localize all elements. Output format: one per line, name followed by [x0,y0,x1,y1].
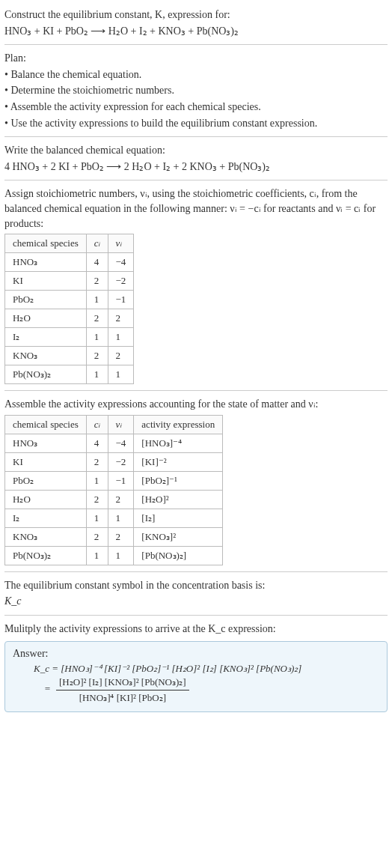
mult-section: Mulitply the activity expressions to arr… [4,622,388,712]
cell-species: PbO₂ [5,291,87,309]
plan-item-2-text: Determine the stoichiometric numbers. [10,85,174,96]
cell-species: Pb(NO₃)₂ [5,365,87,384]
cell-expr: [PbO₂]⁻¹ [134,471,223,490]
kc-flat-text: K_c = [HNO₃]⁻⁴ [KI]⁻² [PbO₂]⁻¹ [H₂O]² [I… [34,663,301,674]
plan-item-1: • Balance the chemical equation. [4,67,388,82]
plan-item-4: • Use the activity expressions to build … [4,116,388,131]
answer-box: Answer: K_c = [HNO₃]⁻⁴ [KI]⁻² [PbO₂]⁻¹ [… [4,641,388,712]
th-species: chemical species [5,234,87,253]
cell-expr: [H₂O]² [134,490,223,509]
kc-eq-sign: = [44,683,51,694]
th-expr: activity expression [134,415,223,434]
th-v-text: νᵢ [116,419,122,430]
plan-item-1-text: Balance the chemical equation. [10,69,141,80]
th-c-text: cᵢ [94,237,100,249]
kc-numerator: [H₂O]² [I₂] [KNO₃]² [Pb(NO₃)₂] [56,676,189,691]
eqsym-line1: The equilibrium constant symbol in the c… [4,578,388,593]
table-header-row: chemical species cᵢ νᵢ [5,234,134,253]
cell-species: PbO₂ [5,471,87,490]
plan-heading: Plan: [4,51,388,66]
cell-v: 1 [108,365,134,384]
table-row: H₂O22[H₂O]² [5,490,223,509]
cell-expr: [HNO₃]⁻⁴ [134,434,223,452]
divider [4,180,388,180]
plan-item-4-text: Use the activity expressions to build th… [10,118,317,129]
activity-section: Assemble the activity expressions accoun… [4,397,388,565]
cell-expr: [KNO₃]² [134,527,223,546]
cell-v: 2 [108,309,134,328]
cell-species: KNO₃ [5,347,87,365]
plan-item-3: • Assemble the activity expression for e… [4,100,388,115]
stoich-table: chemical species cᵢ νᵢ HNO₃4−4 KI2−2 PbO… [4,234,134,384]
cell-species: Pb(NO₃)₂ [5,546,87,565]
cell-species: KNO₃ [5,527,87,546]
cell-species: KI [5,272,87,291]
cell-v: −4 [108,434,134,452]
cell-v: 1 [108,328,134,347]
divider [4,44,388,45]
plan-section: Plan: • Balance the chemical equation. •… [4,51,388,130]
table-header-row: chemical species cᵢ νᵢ activity expressi… [5,415,223,434]
intro-eq-text: HNO₃ + KI + PbO₂ ⟶ H₂O + I₂ + KNO₃ + Pb(… [4,25,239,37]
cell-v: −2 [108,452,134,471]
th-c: cᵢ [86,234,108,253]
th-c: cᵢ [86,415,108,434]
divider [4,571,388,572]
table-row: HNO₃4−4[HNO₃]⁻⁴ [5,434,223,452]
table-row: KI2−2[KI]⁻² [5,452,223,471]
cell-species: HNO₃ [5,434,87,452]
intro-equation: HNO₃ + KI + PbO₂ ⟶ H₂O + I₂ + KNO₃ + Pb(… [4,24,388,39]
answer-label: Answer: [13,648,379,660]
mult-text: Mulitply the activity expressions to arr… [4,622,388,637]
table-row: KNO₃22 [5,347,134,365]
cell-c: 4 [86,434,108,452]
cell-c: 2 [86,527,108,546]
cell-species: H₂O [5,490,87,509]
table-row: Pb(NO₃)₂11[Pb(NO₃)₂] [5,546,223,565]
th-v: νᵢ [108,234,134,253]
eqsym-section: The equilibrium constant symbol in the c… [4,578,388,609]
cell-c: 2 [86,490,108,509]
kc-denominator: [HNO₃]⁴ [KI]² [PbO₂] [56,691,189,704]
kc-flat: K_c = [HNO₃]⁻⁴ [KI]⁻² [PbO₂]⁻¹ [H₂O]² [I… [34,663,379,675]
table-row: I₂11 [5,328,134,347]
cell-species: KI [5,452,87,471]
th-v-text: νᵢ [116,237,122,249]
divider [4,136,388,137]
kc-fraction: = [H₂O]² [I₂] [KNO₃]² [Pb(NO₃)₂] [HNO₃]⁴… [44,676,379,704]
divider [4,615,388,616]
cell-c: 1 [86,546,108,565]
cell-expr: [KI]⁻² [134,452,223,471]
intro-text: Construct the equilibrium constant, K, e… [4,9,230,20]
balanced-equation: 4 HNO₃ + 2 KI + PbO₂ ⟶ 2 H₂O + I₂ + 2 KN… [4,160,388,174]
table-row: PbO₂1−1 [5,291,134,309]
cell-v: 1 [108,546,134,565]
plan-item-2: • Determine the stoichiometric numbers. [4,83,388,98]
cell-v: −2 [108,272,134,291]
cell-species: H₂O [5,309,87,328]
cell-expr: [I₂] [134,509,223,527]
table-row: H₂O22 [5,309,134,328]
cell-v: 2 [108,347,134,365]
cell-species: HNO₃ [5,253,87,272]
cell-species: I₂ [5,328,87,347]
table-row: Pb(NO₃)₂11 [5,365,134,384]
assemble-text: Assemble the activity expressions accoun… [4,397,388,412]
balanced-section: Write the balanced chemical equation: 4 … [4,143,388,174]
cell-v: −1 [108,471,134,490]
assign-section: Assign stoichiometric numbers, νᵢ, using… [4,186,388,384]
intro-section: Construct the equilibrium constant, K, e… [4,7,388,38]
table-row: KNO₃22[KNO₃]² [5,527,223,546]
cell-c: 1 [86,509,108,527]
cell-c: 1 [86,328,108,347]
cell-v: 1 [108,509,134,527]
cell-c: 1 [86,291,108,309]
intro-line1: Construct the equilibrium constant, K, e… [4,7,388,22]
cell-v: −1 [108,291,134,309]
th-c-text: cᵢ [94,419,100,430]
plan-item-3-text: Assemble the activity expression for eac… [10,101,261,112]
cell-c: 2 [86,309,108,328]
cell-c: 4 [86,253,108,272]
cell-species: I₂ [5,509,87,527]
table-row: HNO₃4−4 [5,253,134,272]
